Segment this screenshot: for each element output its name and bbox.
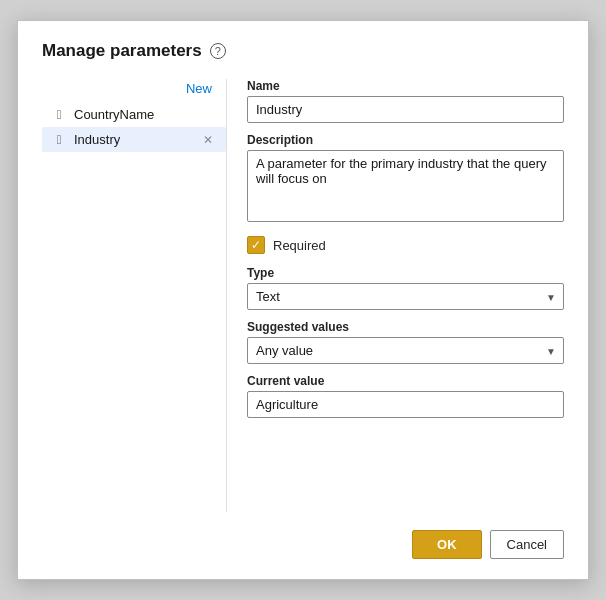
cancel-button[interactable]: Cancel bbox=[490, 530, 564, 559]
dialog-title: Manage parameters bbox=[42, 41, 202, 61]
param-list:  CountryName  Industry ✕ bbox=[42, 102, 226, 152]
required-checkbox[interactable]: ✓ bbox=[247, 236, 265, 254]
type-label: Type bbox=[247, 266, 564, 280]
required-row: ✓ Required bbox=[247, 236, 564, 254]
param-label: Industry bbox=[74, 132, 194, 147]
param-type-icon:  bbox=[50, 107, 68, 122]
ok-button[interactable]: OK bbox=[412, 530, 482, 559]
param-close-icon[interactable]: ✕ bbox=[200, 133, 216, 147]
current-value-input[interactable] bbox=[247, 391, 564, 418]
type-field-group: Type Text Number Date Boolean Any ▼ bbox=[247, 266, 564, 310]
help-icon[interactable]: ? bbox=[210, 43, 226, 59]
suggested-values-select-wrapper: Any value List of values Query ▼ bbox=[247, 337, 564, 364]
manage-parameters-dialog: Manage parameters ? New  CountryName  … bbox=[17, 20, 589, 580]
param-label: CountryName bbox=[74, 107, 216, 122]
suggested-values-field-group: Suggested values Any value List of value… bbox=[247, 320, 564, 364]
param-item-industry[interactable]:  Industry ✕ bbox=[42, 127, 226, 152]
new-btn-row: New bbox=[42, 79, 226, 98]
name-label: Name bbox=[247, 79, 564, 93]
current-value-label: Current value bbox=[247, 374, 564, 388]
suggested-values-label: Suggested values bbox=[247, 320, 564, 334]
dialog-body: New  CountryName  Industry ✕ Name bbox=[42, 79, 564, 512]
required-label: Required bbox=[273, 238, 326, 253]
dialog-header: Manage parameters ? bbox=[42, 41, 564, 61]
description-field-group: Description bbox=[247, 133, 564, 222]
name-field-group: Name bbox=[247, 79, 564, 123]
current-value-field-group: Current value bbox=[247, 374, 564, 418]
description-label: Description bbox=[247, 133, 564, 147]
new-button[interactable]: New bbox=[182, 79, 216, 98]
type-select[interactable]: Text Number Date Boolean Any bbox=[247, 283, 564, 310]
description-input[interactable] bbox=[247, 150, 564, 222]
type-select-wrapper: Text Number Date Boolean Any ▼ bbox=[247, 283, 564, 310]
param-type-icon:  bbox=[50, 132, 68, 147]
left-panel: New  CountryName  Industry ✕ bbox=[42, 79, 227, 512]
dialog-footer: OK Cancel bbox=[42, 512, 564, 559]
suggested-values-select[interactable]: Any value List of values Query bbox=[247, 337, 564, 364]
param-item-countryname[interactable]:  CountryName bbox=[42, 102, 226, 127]
right-panel: Name Description ✓ Required Type Text Nu… bbox=[227, 79, 564, 512]
name-input[interactable] bbox=[247, 96, 564, 123]
checkmark-icon: ✓ bbox=[251, 239, 261, 251]
